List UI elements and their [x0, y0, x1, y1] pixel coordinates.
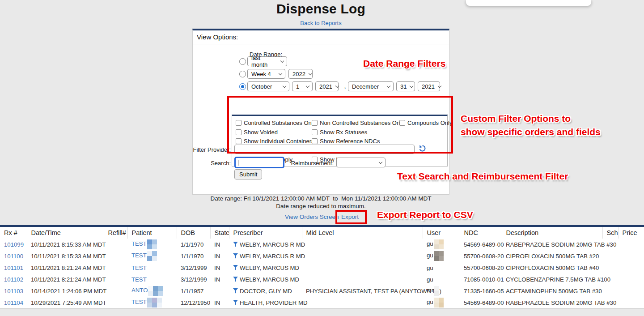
from-day-value: 1 [296, 83, 299, 90]
column-header: Description [502, 227, 602, 239]
from-month-select[interactable]: October [247, 81, 289, 91]
week-select-value: Week 4 [251, 71, 271, 77]
text-caret [238, 160, 238, 166]
filter-provider-label: Filter Provider: [193, 146, 231, 153]
refill-cell [104, 239, 127, 250]
price-cell [618, 262, 644, 273]
from-day-select[interactable]: 1 [292, 81, 313, 91]
midlevel-cell [302, 273, 423, 285]
refill-cell [104, 273, 127, 285]
rx-number-link[interactable]: 101103 [4, 288, 23, 295]
midlevel-cell: PHYSICIAN ASSISTANT, TEST PA (ANYTOWN MI… [302, 285, 423, 297]
user-cell: gu [423, 273, 451, 285]
description-cell: RABEPRAZOLE SODIUM 20MG TAB #30 [502, 239, 602, 250]
rx-number-link[interactable]: 101100 [4, 253, 23, 260]
to-month-select[interactable]: December [348, 81, 394, 91]
table-row: 101099 10/11/2021 8:15:33 AM MDT TEST 1/… [0, 239, 644, 250]
user-cell: gu [423, 250, 451, 262]
rx-number-link[interactable]: 101101 [4, 265, 23, 271]
table-row: 101104 10/29/2021 7:25:49 AM MDT TEST 12… [0, 297, 644, 308]
week-year-select[interactable]: 2022 [288, 69, 313, 79]
annotation-custom-filters: Custom Filter Options to show specific o… [461, 112, 601, 139]
filter-funnel-icon[interactable] [233, 277, 238, 282]
date-range-summary: Date range: Fri 10/1/2021 12:00:00 AM MD… [192, 195, 449, 202]
user-cell: gu [423, 262, 451, 273]
table-row: 101101 10/11/2021 8:21:24 AM MDT TEST 3/… [0, 262, 644, 273]
state-cell: IN [210, 239, 229, 250]
prescriber-cell: HEALTH, PROVIDER MD [229, 297, 302, 308]
from-year-select[interactable]: 2021 [315, 81, 339, 91]
to-month-value: December [352, 83, 379, 90]
column-header: Mid Level [302, 227, 423, 239]
user-name: gu [427, 252, 433, 259]
reimbursement-select[interactable] [336, 158, 386, 167]
ndc-cell: 54569-6489-00 [460, 239, 502, 250]
filter-funnel-icon[interactable] [233, 253, 238, 259]
user-cell: gu [423, 297, 451, 308]
description-cell: ACETAMINOPHEN 500MG TAB #30 [502, 285, 602, 297]
patient-link[interactable]: TEST [131, 276, 147, 283]
chevron-down-icon [335, 84, 339, 87]
patient-link[interactable]: TEST [131, 252, 147, 259]
refill-cell [104, 285, 127, 297]
datetime-cell: 10/11/2021 8:21:24 AM MDT [27, 262, 104, 273]
redacted-blur [147, 298, 162, 307]
rx-number-link[interactable]: 101102 [4, 276, 23, 283]
column-header: NDC [460, 227, 502, 239]
date-range-radio-week[interactable] [239, 71, 246, 77]
week-select[interactable]: Week 4 [247, 69, 285, 79]
redacted-blur [147, 251, 157, 261]
column-header: Price [618, 227, 644, 239]
spacer-cell [451, 273, 460, 285]
from-year-value: 2021 [319, 83, 332, 90]
search-input[interactable] [234, 157, 284, 168]
rx-number-link[interactable]: 101099 [4, 241, 24, 248]
refill-cell [104, 297, 127, 308]
view-orders-screen-link[interactable]: View Orders Screen [285, 214, 339, 220]
back-to-reports-link[interactable]: Back to Reports [192, 20, 449, 26]
redacted-blur [434, 251, 444, 261]
midlevel-cell [302, 262, 423, 273]
submit-button[interactable]: Submit [234, 169, 262, 179]
to-year-select[interactable]: 2021 [418, 81, 440, 91]
patient-link[interactable]: TEST [131, 265, 147, 271]
annotation-export-csv: Export Report to CSV [377, 209, 473, 220]
date-range-radio-custom[interactable] [239, 83, 246, 90]
period-select[interactable]: last month [247, 56, 287, 66]
filter-funnel-icon[interactable] [233, 300, 238, 305]
filter-funnel-icon[interactable] [233, 242, 238, 247]
redacted-blur [148, 286, 163, 296]
sch-cell [602, 250, 618, 262]
user-name: gu [427, 276, 433, 283]
user-cell: gu [423, 239, 451, 250]
prescriber-name: WELBY, MARCUS MD [240, 276, 299, 283]
prescriber-name: WELBY, MARCUS MD [240, 265, 299, 271]
patient-link[interactable]: ANTO [131, 287, 148, 294]
prescriber-name: WELBY, MARCUS R MD [240, 253, 305, 260]
chevron-down-icon [309, 71, 312, 75]
filter-funnel-icon[interactable] [233, 265, 238, 270]
prescriber-cell: WELBY, MARCUS R MD [229, 250, 302, 262]
popup-fragment [466, 0, 591, 6]
dob-cell: 1/1/1957 [177, 285, 210, 297]
redacted-blur [434, 239, 444, 249]
date-range-radio-last-month[interactable] [239, 58, 246, 65]
chevron-down-icon [280, 59, 284, 62]
annotation-custom-filters-line2: show specific orders and fields [461, 125, 601, 139]
column-header: Sch [602, 227, 618, 239]
patient-link[interactable]: TEST [131, 240, 147, 247]
midlevel-cell [302, 250, 423, 262]
rx-number-link[interactable]: 101104 [4, 299, 23, 306]
price-cell [618, 297, 644, 308]
chevron-down-icon [306, 84, 309, 87]
prescriber-name: WELBY, MARCUS R MD [240, 241, 305, 248]
reimbursement-label: Reimbursement: [287, 160, 334, 167]
spacer-cell [451, 262, 460, 273]
filter-funnel-icon[interactable] [233, 288, 238, 294]
description-cell: CIPROFLOXACIN 500MG TAB #40 [502, 262, 602, 273]
to-day-select[interactable]: 31 [396, 81, 415, 91]
user-name: gu [427, 299, 433, 305]
patient-link[interactable]: TEST [131, 299, 147, 305]
column-header: Rx # [0, 227, 27, 239]
column-header: Patient [127, 227, 177, 239]
